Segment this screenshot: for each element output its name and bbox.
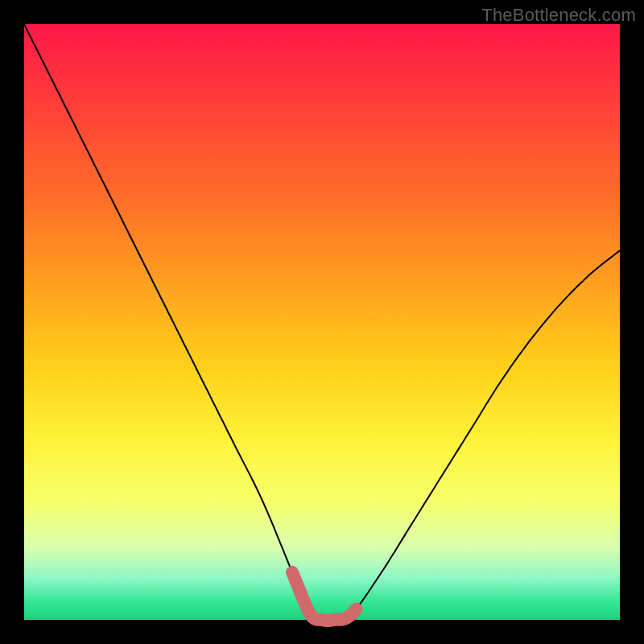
minimum-highlight xyxy=(292,572,356,621)
curve-svg xyxy=(24,24,620,620)
watermark-text: TheBottleneck.com xyxy=(481,5,636,26)
plot-area xyxy=(24,24,620,620)
bottleneck-curve xyxy=(24,24,620,621)
chart-frame: TheBottleneck.com xyxy=(0,0,644,644)
